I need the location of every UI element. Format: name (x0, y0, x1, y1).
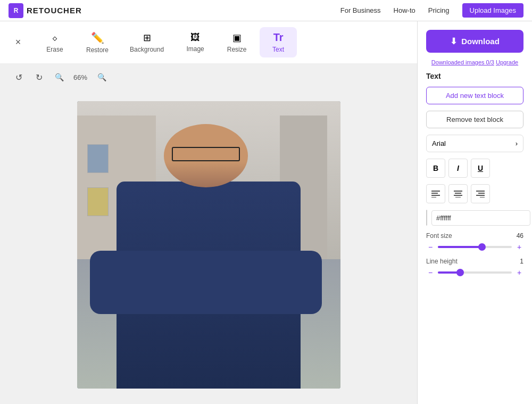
font-size-header: Font size 46 (426, 232, 523, 240)
background-label: Background (130, 46, 164, 53)
underline-button[interactable]: U (471, 159, 490, 178)
font-size-decrease-button[interactable]: − (426, 243, 435, 251)
nav-links: For Business How-to Pricing Upload Image… (340, 3, 523, 18)
person-arms (90, 251, 322, 314)
align-right-button[interactable] (471, 184, 490, 203)
color-hex-input[interactable] (431, 210, 530, 226)
tool-background[interactable]: ⊞ Background (121, 28, 172, 57)
logo: R RETOUCHER (9, 3, 82, 18)
color-row (426, 210, 523, 226)
line-height-label: Line height (426, 258, 458, 265)
resize-icon: ▣ (232, 32, 242, 44)
font-size-slider-row: − + (426, 243, 523, 251)
window-1 (87, 144, 109, 173)
remove-text-block-button[interactable]: Remove text block (426, 111, 523, 128)
tool-text[interactable]: Tr Text (260, 27, 297, 57)
image-icon: 🖼 (190, 32, 200, 43)
add-text-block-button[interactable]: Add new text block (426, 87, 523, 104)
tools-toolbar: × ⬦ Erase ✏️ Restore ⊞ Background 🖼 Imag… (0, 21, 417, 64)
tool-erase[interactable]: ⬦ Erase (36, 27, 73, 57)
line-height-decrease-button[interactable]: − (426, 268, 435, 277)
align-left-button[interactable] (426, 184, 445, 203)
restore-label: Restore (86, 46, 109, 54)
top-navigation: R RETOUCHER For Business How-to Pricing … (0, 0, 532, 21)
download-count: Downloaded images 0/3 (431, 59, 494, 65)
zoom-in-button[interactable]: 🔍 (94, 69, 110, 85)
download-button[interactable]: ⬇ Download (426, 30, 523, 53)
nav-link-howto[interactable]: How-to (394, 6, 415, 14)
tool-restore[interactable]: ✏️ Restore (78, 27, 117, 58)
line-height-increase-button[interactable]: + (515, 268, 523, 277)
canvas-wrapper[interactable]: 電腦王阿達 (0, 90, 417, 404)
text-tool-icon: Tr (273, 31, 284, 44)
download-icon: ⬇ (450, 36, 457, 46)
image-label: Image (186, 45, 204, 53)
upload-images-button[interactable]: Upload Images (462, 3, 523, 18)
line-height-thumb (456, 269, 464, 276)
line-height-header: Line height 1 (426, 258, 523, 265)
font-size-thumb (478, 243, 486, 251)
text-section-title: Text (426, 72, 523, 80)
nav-link-business[interactable]: For Business (340, 6, 381, 14)
close-button[interactable]: × (11, 35, 26, 50)
text-format-row: B I U (426, 159, 523, 178)
font-size-fill (438, 246, 482, 248)
tool-resize[interactable]: ▣ Resize (218, 28, 255, 57)
text-align-row (426, 184, 523, 203)
upgrade-link[interactable]: Upgrade (496, 59, 518, 65)
line-height-slider-row: − + (426, 268, 523, 277)
zoom-out-button[interactable]: 🔍 (51, 69, 67, 85)
logo-icon: R (9, 3, 23, 18)
align-center-button[interactable] (448, 184, 468, 203)
editor-container: × ⬦ Erase ✏️ Restore ⊞ Background 🖼 Imag… (0, 21, 532, 404)
font-selector[interactable]: Arial › (426, 135, 523, 152)
nav-link-pricing[interactable]: Pricing (428, 6, 450, 14)
line-height-track[interactable] (438, 271, 512, 274)
resize-label: Resize (227, 46, 247, 53)
right-panel: ⬇ Download Downloaded images 0/3 Upgrade… (418, 21, 532, 404)
font-size-label: Font size (426, 232, 452, 240)
download-info: Downloaded images 0/3 Upgrade (426, 59, 523, 65)
font-selector-arrow: › (516, 139, 518, 147)
text-label: Text (272, 46, 284, 53)
glasses (172, 147, 240, 161)
font-size-slider-section: Font size 46 − + (426, 232, 523, 251)
font-size-increase-button[interactable]: + (515, 243, 523, 251)
tool-image[interactable]: 🖼 Image (177, 28, 214, 57)
redo-button[interactable]: ↻ (31, 69, 47, 85)
undo-button[interactable]: ↺ (11, 69, 27, 85)
font-size-track[interactable] (438, 246, 512, 248)
canvas-controls: ↺ ↻ 🔍 66% 🔍 (0, 64, 417, 90)
erase-label: Erase (46, 46, 63, 53)
line-height-value: 1 (520, 258, 523, 265)
restore-icon: ✏️ (91, 31, 104, 44)
canvas-area: × ⬦ Erase ✏️ Restore ⊞ Background 🖼 Imag… (0, 21, 418, 404)
color-swatch[interactable] (426, 210, 427, 226)
font-name: Arial (432, 139, 446, 147)
bold-button[interactable]: B (426, 159, 445, 178)
italic-button[interactable]: I (448, 159, 468, 178)
window-2 (87, 187, 109, 216)
background-icon: ⊞ (143, 32, 151, 44)
font-size-value: 46 (517, 232, 523, 240)
zoom-level: 66% (73, 73, 87, 81)
image-canvas[interactable]: 電腦王阿達 (77, 101, 340, 389)
line-height-slider-section: Line height 1 − + (426, 258, 523, 277)
erase-icon: ⬦ (52, 31, 58, 44)
photo-background (77, 101, 340, 389)
logo-text: RETOUCHER (27, 6, 82, 15)
download-label: Download (461, 37, 500, 46)
